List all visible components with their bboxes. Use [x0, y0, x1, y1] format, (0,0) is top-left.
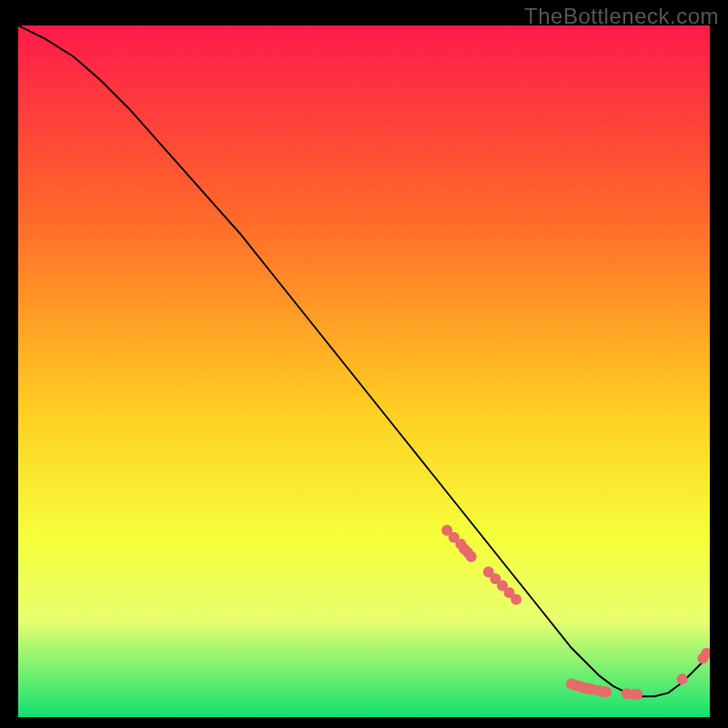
data-marker	[601, 687, 612, 698]
chart-frame: TheBottleneck.com	[0, 0, 728, 728]
data-marker	[511, 594, 521, 605]
data-marker	[466, 551, 477, 562]
gradient-background	[18, 25, 710, 717]
data-marker	[677, 673, 688, 684]
data-marker	[632, 689, 642, 700]
plot-area	[18, 25, 710, 717]
plot-svg	[18, 25, 710, 717]
